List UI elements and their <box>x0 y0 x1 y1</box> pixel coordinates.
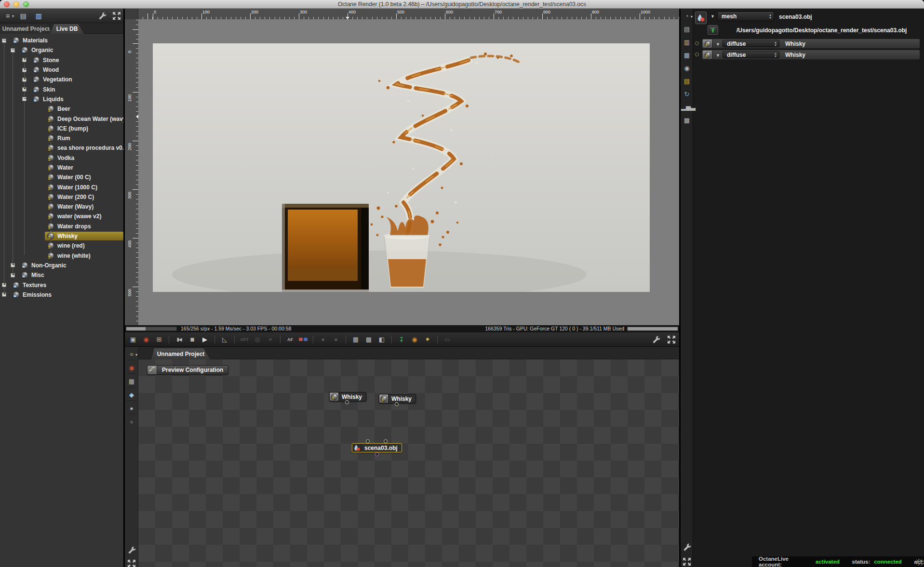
material-node-whisky-1[interactable]: Whisky <box>329 392 366 401</box>
tab-node-graph-project[interactable]: Unnamed Project <box>151 348 210 359</box>
toolbar-divider[interactable] <box>234 336 235 343</box>
material-node-whisky-2[interactable]: Whisky <box>379 394 416 403</box>
tree-item[interactable]: Water (00 C) <box>0 172 123 182</box>
autofocus-tool-icon[interactable]: AFT <box>239 334 250 345</box>
tree-item[interactable]: Water <box>0 163 123 172</box>
tree-item[interactable]: Whisky <box>0 231 123 241</box>
scena03-material2-input-port[interactable] <box>384 439 388 443</box>
camera-icon[interactable]: ◉ <box>681 63 693 74</box>
toolbar-divider[interactable] <box>214 336 215 343</box>
window-layout-b-icon[interactable]: ▥ <box>681 37 693 48</box>
selected-mesh-node-icon[interactable] <box>695 12 707 24</box>
show-mesh-node-icon[interactable]: ◆ <box>126 389 137 401</box>
graph-maximize-icon[interactable] <box>127 559 136 567</box>
rewind-icon[interactable]: ▮◀ <box>174 334 184 345</box>
window-resize-grip[interactable] <box>916 559 923 566</box>
focus-picker-icon[interactable]: ⌖ <box>265 334 276 345</box>
material-preview-b-icon[interactable]: ● <box>331 334 341 345</box>
window-layout-a-icon[interactable]: ▤ <box>681 24 693 35</box>
restart-render-icon[interactable]: ◉ <box>141 334 151 345</box>
tree-item[interactable]: Emissions <box>0 290 123 300</box>
tree-item[interactable]: wine (white) <box>0 251 123 261</box>
stereo-view-icon[interactable] <box>298 334 308 345</box>
hidden-node-icon[interactable]: ● <box>126 416 137 428</box>
tree-item[interactable]: Textures <box>0 280 123 290</box>
imager-icon[interactable]: ▩ <box>681 115 693 126</box>
scena03-material1-input-port[interactable] <box>366 439 370 443</box>
panel-settings-wrench-icon[interactable] <box>97 11 107 21</box>
tree-expander-icon[interactable] <box>11 263 15 267</box>
preview-configuration-button[interactable]: Preview Configuration <box>147 365 228 375</box>
restart-render-icon[interactable]: ◉ <box>126 362 137 374</box>
alpha-checker-icon[interactable]: ▦ <box>350 334 361 345</box>
whisky2-output-port[interactable] <box>395 402 399 406</box>
pin-connector-2[interactable] <box>695 53 699 56</box>
play-icon[interactable]: ▶ <box>200 334 210 345</box>
toolbar-divider[interactable] <box>313 336 313 343</box>
tree-item[interactable]: wine (red) <box>0 241 123 251</box>
tab-live-db[interactable]: Live DB <box>50 24 84 34</box>
tab-unnamed-project[interactable]: Unnamed Project <box>0 24 52 34</box>
graph-settings-wrench-icon[interactable] <box>127 545 136 555</box>
pin-type-dropdown[interactable]: diffuse ▴▾ <box>723 51 779 58</box>
tree-expander-icon[interactable] <box>22 58 27 62</box>
tree-expander-icon[interactable] <box>11 273 15 277</box>
tree-item[interactable]: Deep Ocean Water (wavy) <box>0 114 123 123</box>
scena03-output-port[interactable] <box>375 452 379 456</box>
tree-item[interactable]: Materials <box>0 36 123 45</box>
tree-item[interactable]: Water (Wavy) <box>0 202 123 211</box>
clipboard-icon[interactable]: ▭ <box>442 334 453 345</box>
whisky1-output-port[interactable] <box>345 400 349 404</box>
node-type-disclosure-icon[interactable]: ▼ <box>710 14 715 19</box>
pin-disclosure-icon[interactable]: ▼ <box>716 53 720 58</box>
material-preview-a-icon[interactable]: ● <box>318 334 328 345</box>
toolbar-divider[interactable] <box>391 336 392 343</box>
viewport-settings-wrench-icon[interactable] <box>651 335 661 344</box>
tree-item[interactable]: Vodka <box>0 153 123 163</box>
tree-item[interactable]: water (wawe v2) <box>0 211 123 221</box>
viewport-maximize-icon[interactable] <box>667 335 676 344</box>
tree-item[interactable]: Water (200 C) <box>0 192 123 202</box>
pin-type-dropdown[interactable]: diffuse ▴▾ <box>723 40 779 47</box>
tree-item[interactable]: Water (1000 C) <box>0 182 123 192</box>
lens-icon[interactable]: ◎ <box>252 334 263 345</box>
render-viewport[interactable] <box>138 19 679 325</box>
tree-item[interactable]: Liquids <box>0 94 123 104</box>
tree-item[interactable]: Wood <box>0 65 123 75</box>
region-render-icon[interactable]: ◺ <box>219 334 230 345</box>
tree-expander-icon[interactable] <box>2 39 6 43</box>
tree-item[interactable]: sea shore procedura v0.1 <box>0 143 123 153</box>
pin-connector-1[interactable] <box>695 41 699 45</box>
panel-maximize-icon[interactable] <box>112 11 121 21</box>
render-record-icon[interactable]: ◉ <box>409 334 420 345</box>
fit-resolution-icon[interactable]: ⊞ <box>154 334 164 345</box>
export-image-icon[interactable]: ↧ <box>396 334 407 345</box>
image-settings-icon[interactable]: ▦ <box>681 50 693 61</box>
tree-item[interactable]: Misc <box>0 270 123 280</box>
render-target-icon[interactable]: ◔ <box>681 11 693 22</box>
save-render-icon[interactable]: ▣ <box>128 334 138 345</box>
tree-expander-icon[interactable] <box>22 78 27 82</box>
toolbar-divider[interactable] <box>346 336 346 343</box>
show-image-node-icon[interactable]: ▦ <box>126 376 137 387</box>
toolbar-divider[interactable] <box>169 336 169 343</box>
histogram-icon[interactable]: ▂▅▃ <box>681 102 693 113</box>
pin-disclosure-icon[interactable]: ▼ <box>716 42 720 47</box>
tree-item[interactable]: Organic <box>0 45 123 55</box>
show-material-node-icon[interactable]: ● <box>126 403 137 414</box>
tree-item[interactable]: Beer <box>0 104 123 114</box>
split-checker-icon[interactable]: ◧ <box>376 334 387 345</box>
tree-expander-icon[interactable] <box>2 292 6 297</box>
tree-expander-icon[interactable] <box>22 87 27 92</box>
collapse-all-icon[interactable]: ▤ <box>17 10 29 22</box>
expand-all-icon[interactable]: ▥ <box>33 10 44 22</box>
tree-item[interactable]: Rum <box>0 133 123 143</box>
mesh-node-scena03[interactable]: scena03.obj <box>352 443 402 452</box>
tree-expander-icon[interactable] <box>11 48 15 53</box>
tree-view-mode-icon[interactable]: ≡ <box>2 10 13 22</box>
tree-expander-icon[interactable] <box>2 283 6 287</box>
node-type-dropdown[interactable]: mesh ▴▾ <box>717 12 774 21</box>
film-settings-icon[interactable]: ▤ <box>681 76 693 87</box>
toolbar-divider[interactable] <box>437 336 438 343</box>
tree-item[interactable]: Vegetation <box>0 75 123 84</box>
